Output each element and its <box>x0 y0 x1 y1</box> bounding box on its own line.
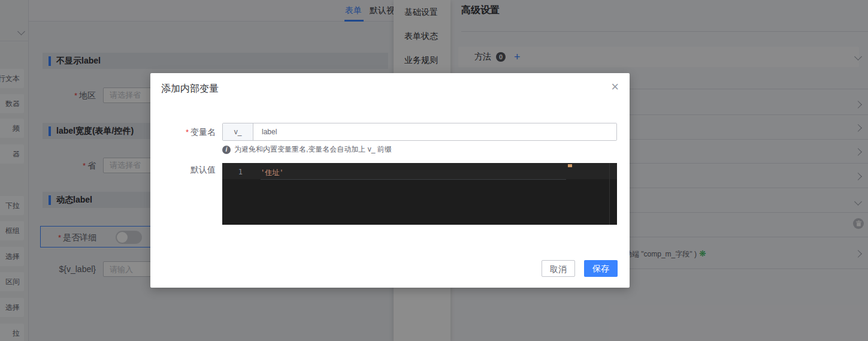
cancel-button[interactable]: 取消 <box>542 260 575 277</box>
add-internal-variable-dialog: 添加内部变量 × *变量名 v_ i 为避免和内置变量重名,变量名会自动加上 v… <box>150 73 630 288</box>
variable-name-hint: i 为避免和内置变量重名,变量名会自动加上 v_ 前缀 <box>222 144 392 155</box>
required-asterisk: * <box>186 128 189 137</box>
form-designer-page: 行文本 数器 频 器 下拉 框组 选择 区间 选择 拉 表单 默认视图 不显示l… <box>0 0 868 341</box>
current-line-border <box>261 179 566 180</box>
save-button[interactable]: 保存 <box>584 260 618 277</box>
default-value-code-editor[interactable]: 1 '住址' <box>222 163 617 225</box>
editor-scrollbar-divider <box>609 163 610 225</box>
variable-name-input[interactable] <box>253 123 616 140</box>
default-value-label: 默认值 <box>150 165 216 176</box>
overview-ruler-marker <box>568 164 572 167</box>
variable-prefix: v_ <box>223 123 253 140</box>
code-string-literal: '住址' <box>261 168 283 178</box>
line-number: 1 <box>233 168 243 176</box>
variable-name-label: *变量名 <box>150 127 216 138</box>
dialog-title: 添加内部变量 <box>161 83 219 95</box>
hint-text: 为避免和内置变量重名,变量名会自动加上 v_ 前缀 <box>234 144 392 155</box>
info-icon: i <box>222 146 231 154</box>
variable-name-input-group: v_ <box>222 123 617 141</box>
close-icon[interactable]: × <box>611 80 619 93</box>
